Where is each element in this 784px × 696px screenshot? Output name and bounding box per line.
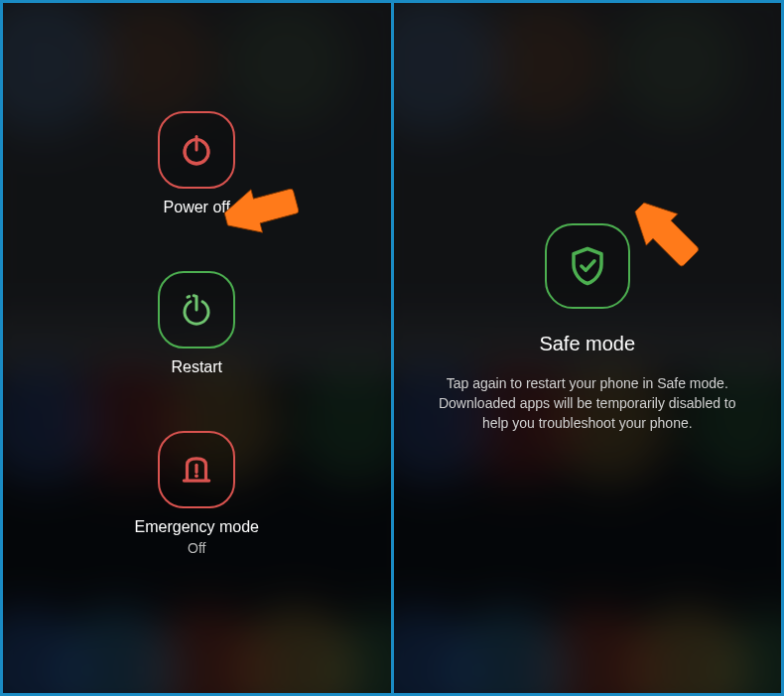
power-menu-screen: Power off Restart [3, 3, 391, 693]
restart-label: Restart [171, 358, 222, 376]
restart-icon [158, 271, 235, 348]
emergency-label: Emergency mode [135, 518, 259, 536]
shield-check-icon [545, 223, 630, 309]
emergency-mode-button[interactable]: Emergency mode Off [135, 431, 259, 556]
svg-point-7 [195, 474, 198, 478]
power-icon [158, 111, 235, 189]
power-off-label: Power off [164, 199, 230, 216]
emergency-icon [158, 431, 235, 508]
safe-mode-description: Tap again to restart your phone in Safe … [429, 373, 746, 434]
restart-button[interactable]: Restart [158, 271, 235, 376]
safe-mode-title: Safe mode [539, 333, 635, 355]
tutorial-comparison: Power off Restart [0, 0, 784, 696]
emergency-status: Off [188, 540, 205, 556]
power-off-button[interactable]: Power off [158, 111, 235, 216]
safe-mode-button[interactable]: Safe mode Tap again to restart your phon… [429, 223, 746, 434]
safe-mode-screen: Safe mode Tap again to restart your phon… [394, 3, 782, 693]
